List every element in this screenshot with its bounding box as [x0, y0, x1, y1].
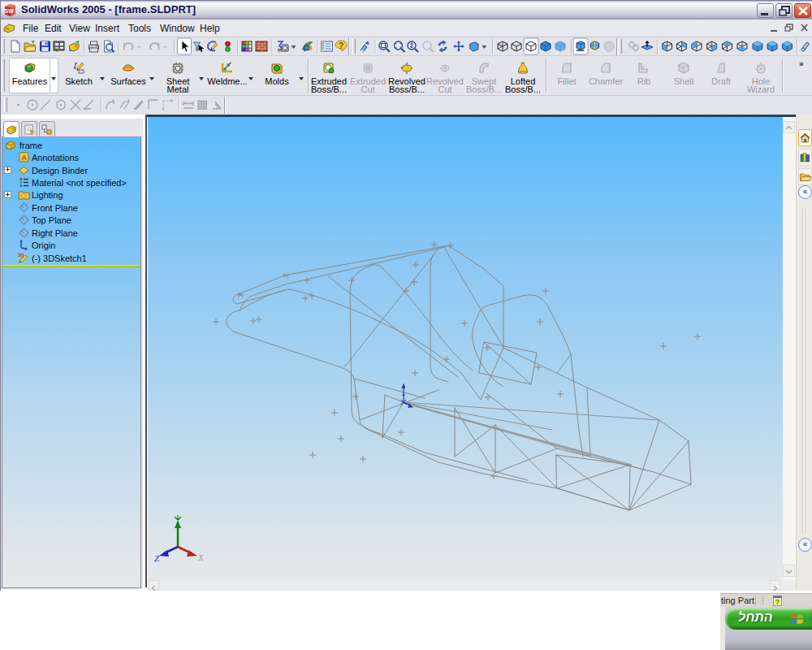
svg-text:?: ?: [775, 598, 780, 606]
svg-text:X: X: [197, 552, 205, 562]
svg-text:?: ?: [339, 41, 343, 50]
svg-text:Z: Z: [154, 553, 160, 563]
svg-text:SW: SW: [5, 8, 15, 14]
svg-text:A: A: [22, 154, 28, 162]
